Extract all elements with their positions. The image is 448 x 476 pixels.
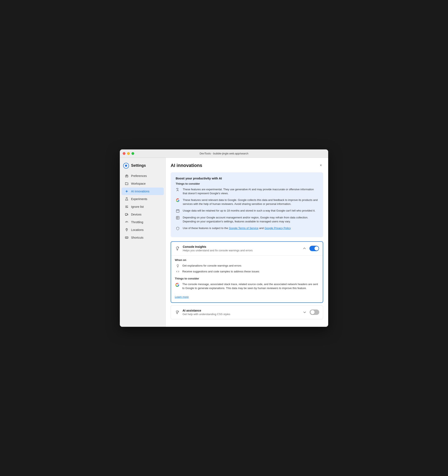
- gear-icon: [125, 174, 129, 178]
- sparkle-icon: [125, 189, 129, 193]
- titlebar-text: DevTools - bubble-jingle.web.app/search: [200, 152, 248, 155]
- sidebar-item-ai-innovations[interactable]: AI innovations: [121, 187, 164, 195]
- calendar-icon: [176, 209, 180, 213]
- main-content: Settings Preferences: [120, 158, 328, 327]
- things-item-text: The console message, associated stack tr…: [182, 282, 319, 290]
- sidebar-item-workspace[interactable]: Workspace: [121, 180, 164, 187]
- when-on-title: When on: [175, 258, 319, 261]
- sidebar-item-preferences[interactable]: Preferences: [121, 172, 164, 180]
- feature-description: Get help with understanding CSS styles: [182, 313, 299, 316]
- expand-button[interactable]: [302, 310, 307, 315]
- code-icon: [176, 269, 180, 274]
- experimental-icon: [176, 187, 180, 192]
- sidebar-item-shortcuts[interactable]: Shortcuts: [121, 234, 164, 241]
- svg-point-1: [125, 165, 127, 167]
- svg-rect-5: [176, 210, 179, 212]
- feature-expanded-content: When on Get explanations for console war…: [171, 255, 323, 302]
- privacy-link[interactable]: Google Privacy Policy: [264, 227, 291, 230]
- ai-assist-icon: [175, 310, 180, 315]
- when-on-item-2: Receive suggestions and code samples to …: [175, 269, 319, 274]
- collapse-button[interactable]: [302, 246, 307, 251]
- sidebar-item-label: AI innovations: [131, 190, 149, 193]
- settings-logo-icon: [123, 163, 129, 169]
- folder-icon: [125, 182, 129, 186]
- info-item-text: These features are experimental. They us…: [183, 187, 318, 195]
- feature-card-header: Console Insights Helps you understand an…: [171, 242, 323, 255]
- ai-assistance-toggle[interactable]: [310, 310, 319, 315]
- info-item-table: Depending on your Google account managem…: [176, 215, 318, 224]
- sidebar-item-devices[interactable]: Devices: [121, 211, 164, 218]
- learn-more-link[interactable]: Learn more: [175, 295, 189, 298]
- svg-rect-6: [176, 216, 179, 219]
- close-button[interactable]: ×: [318, 163, 323, 168]
- sidebar-item-label: Shortcuts: [131, 236, 143, 239]
- svg-rect-4: [125, 237, 128, 238]
- svg-rect-2: [125, 213, 127, 215]
- table-icon: [176, 216, 180, 220]
- list-x-icon: [125, 205, 129, 209]
- info-card: Boost your productivity with AI Things t…: [171, 172, 323, 237]
- things-item-1: The console message, associated stack tr…: [175, 282, 319, 290]
- sidebar-item-label: Experiments: [131, 197, 147, 201]
- when-on-item-1: Get explanations for console warnings an…: [175, 264, 319, 268]
- feature-card-info: AI assistance Get help with understandin…: [182, 309, 299, 316]
- feature-card-actions: [302, 246, 319, 251]
- svg-point-3: [126, 229, 127, 229]
- feature-name: Console Insights: [183, 245, 299, 249]
- devtools-window: DevTools - bubble-jingle.web.app/search …: [120, 149, 328, 327]
- things-title: Things to consider: [175, 277, 319, 280]
- info-item-text: These features send relevant data to Goo…: [183, 198, 318, 206]
- sidebar-item-ignore-list[interactable]: Ignore list: [121, 203, 164, 210]
- toggle-knob: [314, 246, 319, 250]
- info-card-title: Boost your productivity with AI: [176, 176, 318, 180]
- keyboard-icon: [125, 236, 129, 239]
- feature-card-ai-assistance: AI assistance Get help with understandin…: [171, 305, 323, 319]
- feature-card-info: Console Insights Helps you understand an…: [183, 245, 299, 252]
- info-item-calendar: Usage data will be retained for up to 18…: [176, 209, 318, 213]
- sidebar-item-label: Ignore list: [131, 205, 144, 208]
- sidebar-item-label: Devices: [131, 213, 142, 216]
- info-item-text-tos: Use of these features is subject to the …: [183, 226, 291, 230]
- info-item-text: Usage data will be retained for up to 18…: [183, 209, 315, 213]
- sidebar-item-label: Locations: [131, 228, 144, 232]
- sidebar-item-label: Throttling: [131, 221, 143, 224]
- devices-icon: [125, 213, 129, 216]
- sidebar-title: Settings: [131, 163, 146, 168]
- gauge-icon: [125, 220, 129, 224]
- shield-icon: [176, 226, 180, 231]
- sidebar-item-locations[interactable]: Locations: [121, 226, 164, 234]
- when-on-item-text: Receive suggestions and code samples to …: [182, 270, 259, 273]
- pin-icon: [125, 228, 129, 232]
- tos-link[interactable]: Google Terms of Service: [229, 227, 258, 230]
- console-insights-toggle[interactable]: [309, 246, 319, 251]
- maximize-traffic-light[interactable]: [131, 152, 134, 155]
- traffic-lights: [123, 152, 134, 155]
- titlebar: DevTools - bubble-jingle.web.app/search: [120, 149, 328, 158]
- toggle-knob: [311, 310, 315, 314]
- feature-name: AI assistance: [182, 309, 299, 312]
- lightbulb-plus-icon: [175, 246, 180, 251]
- google-icon: [176, 198, 180, 202]
- sidebar-item-throttling[interactable]: Throttling: [121, 218, 164, 226]
- lightbulb-icon: [176, 264, 180, 268]
- sidebar-item-experiments[interactable]: Experiments: [121, 195, 164, 203]
- feature-description: Helps you understand and fix console war…: [183, 249, 299, 252]
- feature-card-actions: [302, 310, 319, 315]
- close-traffic-light[interactable]: [123, 152, 125, 155]
- info-item-tos: Use of these features is subject to the …: [176, 226, 318, 231]
- when-on-item-text: Get explanations for console warnings an…: [182, 264, 241, 267]
- info-card-subtitle: Things to consider: [176, 182, 318, 185]
- sidebar-item-label: Workspace: [131, 182, 146, 185]
- minimize-traffic-light[interactable]: [127, 152, 130, 155]
- info-item-google: These features send relevant data to Goo…: [176, 198, 318, 206]
- feature-card-header: AI assistance Get help with understandin…: [171, 306, 323, 319]
- feature-card-console-insights: Console Insights Helps you understand an…: [171, 241, 323, 303]
- flask-icon: [125, 197, 129, 201]
- sidebar: Settings Preferences: [120, 158, 166, 327]
- sidebar-item-label: Preferences: [131, 174, 147, 178]
- main-header: AI innovations ×: [171, 163, 323, 168]
- info-item-text: Depending on your Google account managem…: [183, 215, 318, 224]
- sidebar-header: Settings: [120, 161, 165, 172]
- main-panel: AI innovations × Boost your productivity…: [166, 158, 328, 327]
- google-g-icon: [175, 282, 180, 287]
